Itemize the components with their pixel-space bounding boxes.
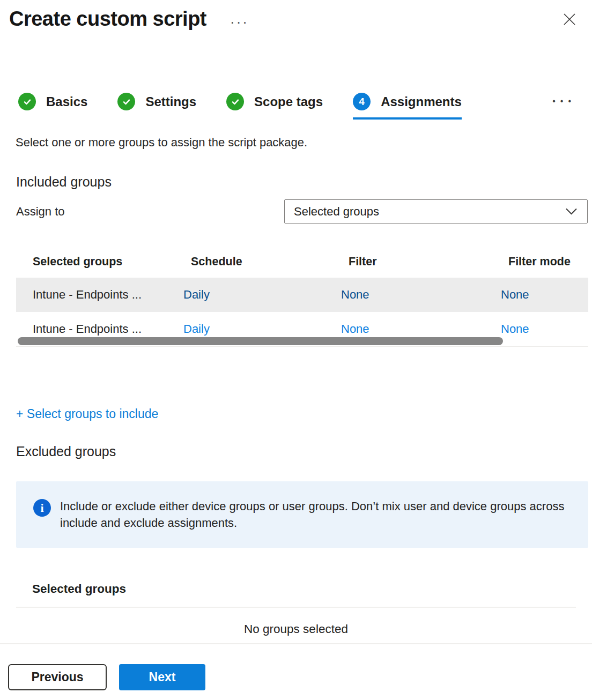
- previous-button[interactable]: Previous: [8, 664, 107, 690]
- selected-groups-heading: Selected groups: [32, 582, 592, 596]
- page-description: Select one or more groups to assign the …: [16, 136, 576, 150]
- wizard-tabs: Basics Settings Scope tags 4 Assignments…: [0, 93, 592, 120]
- check-circle-icon: [117, 93, 135, 110]
- no-groups-selected-text: No groups selected: [16, 622, 576, 636]
- check-circle-icon: [226, 93, 244, 110]
- chevron-down-icon: [565, 207, 578, 215]
- group-name: Intune - Endpoints ...: [16, 322, 167, 336]
- schedule-link[interactable]: Daily: [183, 288, 210, 301]
- filter-link[interactable]: None: [341, 322, 369, 336]
- excluded-groups-heading: Excluded groups: [16, 444, 592, 459]
- assignments-table: Selected groups Schedule Filter Filter m…: [16, 246, 588, 347]
- column-header-selected-groups: Selected groups: [16, 255, 167, 269]
- info-banner-text: Include or exclude either device groups …: [60, 498, 567, 531]
- wizard-footer: Previous Next: [0, 644, 592, 690]
- tab-assignments[interactable]: 4 Assignments: [353, 93, 462, 120]
- table-body: Intune - Endpoints ... Daily None None I…: [16, 278, 588, 346]
- included-groups-heading: Included groups: [16, 174, 592, 190]
- column-header-filter-mode: Filter mode: [484, 255, 588, 269]
- assign-to-label: Assign to: [16, 205, 65, 219]
- schedule-link[interactable]: Daily: [183, 322, 210, 336]
- filter-link[interactable]: None: [341, 288, 369, 301]
- step-number-badge: 4: [353, 93, 371, 110]
- check-circle-icon: [18, 93, 36, 110]
- tab-label: Basics: [46, 94, 87, 109]
- table-header-row: Selected groups Schedule Filter Filter m…: [16, 246, 588, 278]
- select-groups-to-include-link[interactable]: + Select groups to include: [16, 407, 158, 421]
- tab-scope-tags[interactable]: Scope tags: [226, 93, 323, 120]
- info-banner: i Include or exclude either device group…: [16, 481, 588, 548]
- page-title: Create custom script: [9, 8, 206, 31]
- tab-label: Scope tags: [254, 94, 323, 109]
- column-header-filter: Filter: [324, 255, 484, 269]
- assign-to-dropdown[interactable]: Selected groups: [284, 199, 588, 224]
- filter-mode-link[interactable]: None: [501, 288, 529, 301]
- next-button[interactable]: Next: [119, 664, 205, 690]
- table-row[interactable]: Intune - Endpoints ... Daily None None: [16, 278, 588, 312]
- dialog-header: Create custom script ···: [0, 0, 592, 31]
- close-icon[interactable]: [561, 12, 578, 28]
- assign-to-value: Selected groups: [294, 205, 379, 219]
- tabs-overflow-icon[interactable]: •••: [552, 97, 576, 120]
- title-context-menu-icon[interactable]: ···: [230, 15, 249, 29]
- group-name: Intune - Endpoints ...: [16, 288, 167, 302]
- tab-basics[interactable]: Basics: [18, 93, 87, 120]
- horizontal-scrollbar[interactable]: [18, 337, 503, 345]
- tab-settings[interactable]: Settings: [117, 93, 196, 120]
- column-header-schedule: Schedule: [167, 255, 324, 269]
- filter-mode-link[interactable]: None: [501, 322, 529, 336]
- tab-label: Assignments: [381, 94, 462, 109]
- assign-to-row: Assign to Selected groups: [16, 199, 588, 224]
- tab-label: Settings: [145, 94, 196, 109]
- divider: [16, 607, 576, 608]
- info-icon: i: [33, 499, 51, 517]
